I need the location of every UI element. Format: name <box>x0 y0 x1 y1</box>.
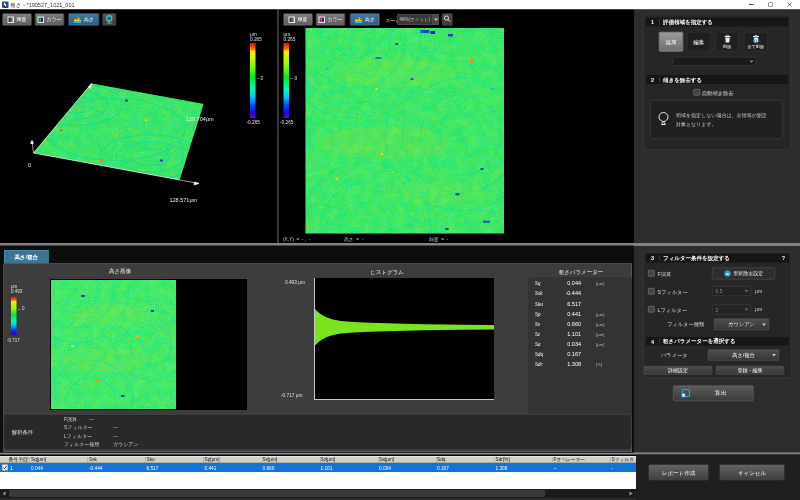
svg-text:128.704μm: 128.704μm <box>186 116 214 122</box>
svg-text:0: 0 <box>28 162 31 168</box>
svg-text:128.571μm: 128.571μm <box>170 197 198 203</box>
